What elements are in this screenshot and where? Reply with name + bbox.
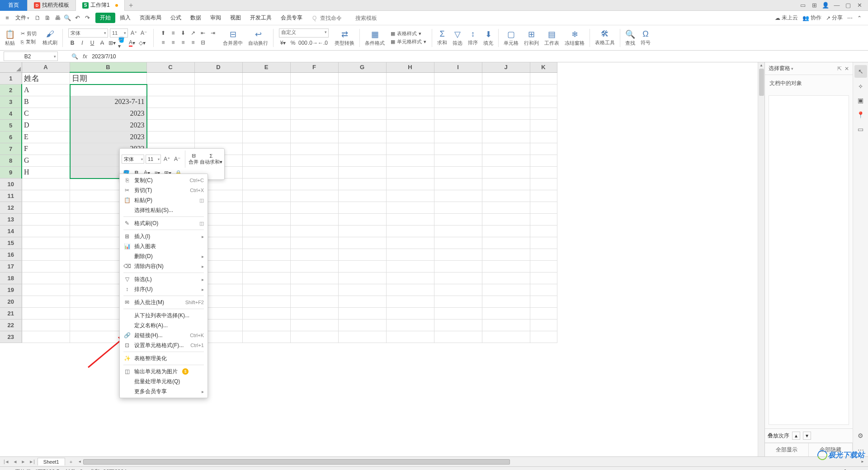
cell-I16[interactable] [434,249,482,260]
cell-H12[interactable] [386,202,434,213]
mini-shrink-font-icon[interactable]: A⁻ [173,155,182,164]
col-header-J[interactable]: J [482,62,530,72]
cell-J16[interactable] [482,249,530,260]
cell-I23[interactable] [434,331,482,343]
cell-H23[interactable] [386,331,434,343]
row-header-21[interactable]: 21 [0,307,22,319]
cell-F14[interactable] [290,225,338,237]
cell-F13[interactable] [290,213,338,225]
cell-F23[interactable] [290,331,338,343]
fill-button[interactable]: ⬇填充 [482,28,495,47]
strike-icon[interactable]: A [98,39,106,47]
cell-F17[interactable] [290,260,338,272]
cell-C6[interactable] [146,131,194,143]
align-justify-icon[interactable]: ≡ [189,38,197,47]
row-header-12[interactable]: 12 [0,202,22,213]
cell-K18[interactable] [530,272,557,284]
collapse-icon[interactable]: ⌃ [857,15,862,21]
coop-button[interactable]: 👥协作 [802,14,821,22]
table-style[interactable]: ▦表格样式▾ [391,30,426,37]
copy-button[interactable]: ⎘复制 [21,38,37,45]
cell-B6[interactable]: 2023 [70,131,146,143]
cell-I1[interactable] [434,72,482,84]
cell-H14[interactable] [386,225,434,237]
cell-K5[interactable] [530,119,557,131]
row-header-2[interactable]: 2 [0,84,22,96]
col-header-I[interactable]: I [434,62,482,72]
cell-G14[interactable] [338,225,386,237]
cell-E15[interactable] [242,237,290,249]
select-all-corner[interactable] [0,62,22,72]
ctx-item-3[interactable]: 选择性粘贴(S)... [120,205,208,215]
cell-E14[interactable] [242,225,290,237]
cell-A7[interactable]: F [22,143,70,155]
cell-E10[interactable] [242,178,290,190]
sheet-add-icon[interactable]: + [67,459,75,465]
stack-up[interactable]: ▴ [792,432,800,440]
cell-I10[interactable] [434,178,482,190]
cell-F22[interactable] [290,319,338,331]
cell-A22[interactable] [22,319,70,331]
cell-J9[interactable] [482,166,530,178]
cell-A3[interactable]: B [22,96,70,108]
save-as-icon[interactable]: 🗎 [43,14,52,23]
row-header-1[interactable]: 1 [0,72,22,84]
ctx-item-19[interactable]: 🔗超链接(H)...Ctrl+K [120,330,208,340]
cell-K20[interactable] [530,296,557,307]
cell-F20[interactable] [290,296,338,307]
underline-icon[interactable]: U [88,39,96,47]
row-header-6[interactable]: 6 [0,131,22,143]
cell-style[interactable]: ▦单元格样式▾ [391,38,426,45]
cell-I15[interactable] [434,237,482,249]
print-icon[interactable]: 🖶 [53,14,62,23]
cell-G4[interactable] [338,108,386,119]
save-icon[interactable]: 🗋 [33,14,42,23]
ctx-item-18[interactable]: 定义名称(A)... [120,320,208,330]
cell-J12[interactable] [482,202,530,213]
rail-layers-icon[interactable]: ▣ [854,94,867,107]
col-header-G[interactable]: G [338,62,386,72]
symbol-button[interactable]: Ω符号 [639,28,652,47]
cell-G21[interactable] [338,307,386,319]
cell-H1[interactable] [386,72,434,84]
row-header-18[interactable]: 18 [0,272,22,284]
fx-icon[interactable]: fx [83,53,87,60]
row-header-11[interactable]: 11 [0,190,22,202]
cell-J11[interactable] [482,190,530,202]
close-icon[interactable]: ✕ [854,0,864,10]
cell-A19[interactable] [22,284,70,296]
cell-I4[interactable] [434,108,482,119]
number-format-select[interactable]: 自定义 [279,28,329,38]
sheet-tab-1[interactable]: Sheet1 [38,458,65,465]
cell-G8[interactable] [338,155,386,166]
row-header-22[interactable]: 22 [0,319,22,331]
horizontal-scrollbar[interactable] [83,459,859,465]
cell-E6[interactable] [242,131,290,143]
cell-J10[interactable] [482,178,530,190]
align-left-icon[interactable]: ≡ [159,38,167,47]
cell-G23[interactable] [338,331,386,343]
cell-E19[interactable] [242,284,290,296]
cell-H2[interactable] [386,84,434,96]
ctx-item-2[interactable]: 📋粘贴(P)◫ [120,195,208,205]
cell-A15[interactable] [22,237,70,249]
cell-G12[interactable] [338,202,386,213]
search-icon[interactable]: Q [312,15,316,21]
cell-H5[interactable] [386,119,434,131]
cell-H6[interactable] [386,131,434,143]
cell-K9[interactable] [530,166,557,178]
cell-A5[interactable]: D [22,119,70,131]
cell-F16[interactable] [290,249,338,260]
undo-icon[interactable]: ↶ [73,14,82,23]
cell-J14[interactable] [482,225,530,237]
ctx-item-13[interactable]: ↕排序(U)▸ [120,284,208,294]
tab-data[interactable]: 数据 [186,12,206,24]
grow-font-icon[interactable]: A⁺ [130,29,138,37]
share-button[interactable]: ↗分享 [826,14,843,22]
ctx-item-24[interactable]: ◫输出单元格为图片$ [120,367,208,376]
align-center-icon[interactable]: ≡ [169,38,177,47]
cell-H21[interactable] [386,307,434,319]
cell-K21[interactable] [530,307,557,319]
orient-icon[interactable]: ↗ [189,29,197,37]
cell-G18[interactable] [338,272,386,284]
